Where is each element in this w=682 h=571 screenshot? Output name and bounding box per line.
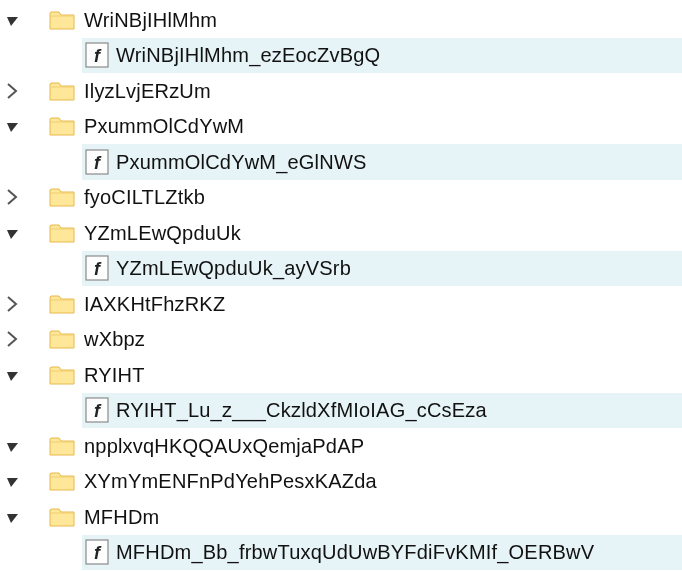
chevron-down-icon[interactable]	[2, 471, 22, 491]
tree-folder-row[interactable]: wXbpz	[0, 322, 682, 358]
folder-label: fyoCILTLZtkb	[84, 187, 205, 207]
tree-folder-row[interactable]: WriNBjIHlMhm	[0, 2, 682, 38]
file-label: WriNBjIHlMhm_ezEocZvBgQ	[116, 45, 380, 65]
folder-icon	[48, 114, 76, 138]
tree-file-row[interactable]: MFHDm_Bb_frbwTuxqUdUwBYFdiFvKMIf_OERBwV	[0, 535, 682, 571]
tree-view: WriNBjIHlMhmWriNBjIHlMhm_ezEocZvBgQIlyzL…	[0, 0, 682, 571]
folder-label: PxummOlCdYwM	[84, 116, 244, 136]
folder-icon	[48, 363, 76, 387]
folder-icon	[48, 469, 76, 493]
chevron-right-icon[interactable]	[2, 294, 22, 314]
tree-folder-row[interactable]: IlyzLvjERzUm	[0, 73, 682, 109]
chevron-down-icon[interactable]	[2, 507, 22, 527]
chevron-right-icon[interactable]	[2, 329, 22, 349]
tree-file-row[interactable]: YZmLEwQpduUk_ayVSrb	[0, 251, 682, 287]
function-file-icon	[84, 539, 110, 565]
tree-folder-row[interactable]: IAXKHtFhzRKZ	[0, 286, 682, 322]
tree-file-row[interactable]: WriNBjIHlMhm_ezEocZvBgQ	[0, 38, 682, 74]
tree-folder-row[interactable]: RYIHT	[0, 357, 682, 393]
folder-label: IlyzLvjERzUm	[84, 81, 211, 101]
folder-label: wXbpz	[84, 329, 145, 349]
folder-label: npplxvqHKQQAUxQemjaPdAP	[84, 436, 364, 456]
tree-folder-row[interactable]: PxummOlCdYwM	[0, 109, 682, 145]
tree-folder-row[interactable]: YZmLEwQpduUk	[0, 215, 682, 251]
file-label: YZmLEwQpduUk_ayVSrb	[116, 258, 351, 278]
tree-folder-row[interactable]: npplxvqHKQQAUxQemjaPdAP	[0, 428, 682, 464]
folder-icon	[48, 434, 76, 458]
file-label: RYIHT_Lu_z___CkzldXfMIoIAG_cCsEza	[116, 400, 487, 420]
chevron-down-icon[interactable]	[2, 10, 22, 30]
folder-label: IAXKHtFhzRKZ	[84, 294, 225, 314]
chevron-down-icon[interactable]	[2, 365, 22, 385]
folder-icon	[48, 505, 76, 529]
folder-icon	[48, 327, 76, 351]
folder-label: YZmLEwQpduUk	[84, 223, 241, 243]
folder-icon	[48, 221, 76, 245]
folder-icon	[48, 8, 76, 32]
chevron-down-icon[interactable]	[2, 116, 22, 136]
folder-label: XYmYmENFnPdYehPesxKAZda	[84, 471, 377, 491]
tree-file-row[interactable]: PxummOlCdYwM_eGlNWS	[0, 144, 682, 180]
function-file-icon	[84, 42, 110, 68]
folder-label: MFHDm	[84, 507, 159, 527]
file-label: MFHDm_Bb_frbwTuxqUdUwBYFdiFvKMIf_OERBwV	[116, 542, 594, 562]
file-label: PxummOlCdYwM_eGlNWS	[116, 152, 367, 172]
folder-label: RYIHT	[84, 365, 145, 385]
chevron-down-icon[interactable]	[2, 223, 22, 243]
function-file-icon	[84, 397, 110, 423]
folder-icon	[48, 292, 76, 316]
folder-icon	[48, 79, 76, 103]
tree-folder-row[interactable]: fyoCILTLZtkb	[0, 180, 682, 216]
folder-icon	[48, 185, 76, 209]
chevron-down-icon[interactable]	[2, 436, 22, 456]
chevron-right-icon[interactable]	[2, 81, 22, 101]
function-file-icon	[84, 149, 110, 175]
function-file-icon	[84, 255, 110, 281]
folder-label: WriNBjIHlMhm	[84, 10, 217, 30]
tree-file-row[interactable]: RYIHT_Lu_z___CkzldXfMIoIAG_cCsEza	[0, 393, 682, 429]
tree-folder-row[interactable]: MFHDm	[0, 499, 682, 535]
tree-folder-row[interactable]: XYmYmENFnPdYehPesxKAZda	[0, 464, 682, 500]
chevron-right-icon[interactable]	[2, 187, 22, 207]
